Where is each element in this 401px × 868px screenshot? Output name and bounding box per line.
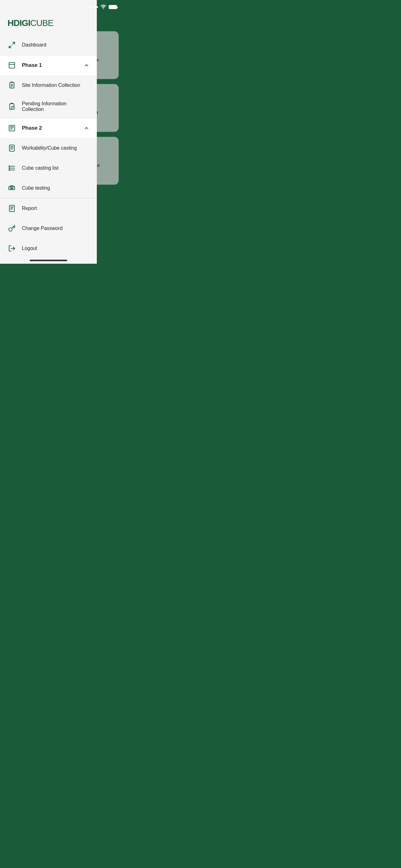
phase1-label: Phase 1 [22,62,78,68]
svg-rect-18 [9,62,15,68]
sidebar: HDIGICUBE Dashboard [0,0,97,264]
sidebar-item-dashboard[interactable]: Dashboard [0,35,97,55]
expand-icon [7,41,16,50]
signal-icon [89,6,98,8]
logout-label: Logout [22,246,89,251]
key-icon [7,224,16,233]
sidebar-item-workability[interactable]: Workability/Cube casting [0,138,97,158]
sidebar-item-logout[interactable]: Logout [0,239,97,257]
sidebar-item-phase2[interactable]: Phase 2 [0,118,97,138]
logout-icon [7,244,16,253]
svg-point-41 [9,170,10,170]
site-info-label: Site Information Collection [22,83,89,88]
app-logo: HDIGICUBE [7,19,89,28]
home-indicator [30,260,67,261]
chevron-up-icon [84,62,89,68]
sidebar-item-phase1[interactable]: Phase 1 [0,55,97,75]
report-icon [7,204,16,213]
workability-label: Workability/Cube casting [22,145,89,151]
phase2-icon [7,124,16,132]
dashboard-label: Dashboard [22,42,89,48]
svg-point-40 [9,168,10,169]
status-bar [59,0,122,14]
sidebar-item-cube-casting-list[interactable]: Cube casting list [0,158,97,178]
sidebar-item-pending-info[interactable]: Pending Information Collection [0,95,97,118]
clipboard-clock-icon [7,102,16,111]
sidebar-item-site-info[interactable]: Site Information Collection [0,75,97,95]
change-password-label: Change Password [22,226,89,231]
pending-info-label: Pending Information Collection [22,101,89,112]
report-label: Report [22,206,89,211]
cube-testing-label: Cube testing [22,185,89,191]
phase2-label: Phase 2 [22,125,78,131]
sidebar-item-report[interactable]: Report [0,198,97,218]
doc-icon [7,144,16,153]
sidebar-item-cube-testing[interactable]: Cube testing [0,178,97,198]
clipboard-check-icon [7,81,16,90]
layers-icon [7,184,16,192]
svg-line-16 [12,42,15,44]
battery-icon [109,5,117,9]
svg-point-39 [9,166,10,167]
chevron-up-icon-2 [84,125,89,131]
svg-line-17 [9,45,11,48]
sidebar-nav: Dashboard Phase 1 [0,35,97,257]
sidebar-item-change-password[interactable]: Change Password [0,218,97,239]
phase1-icon [7,61,16,70]
cube-casting-list-label: Cube casting list [22,165,89,171]
wifi-icon [101,5,106,9]
list-icon [7,164,16,173]
